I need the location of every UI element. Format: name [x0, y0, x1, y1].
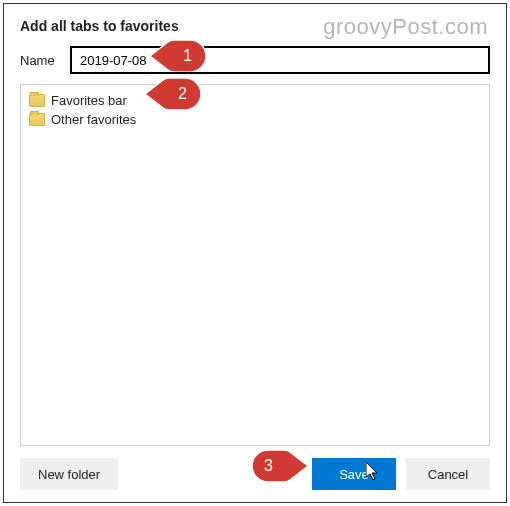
folder-list[interactable]: Favorites bar Other favorites — [20, 84, 490, 446]
button-row: New folder Save Cancel — [20, 458, 490, 490]
add-favorites-dialog: Add all tabs to favorites Name Favorites… — [3, 3, 507, 503]
folder-item-favorites-bar[interactable]: Favorites bar — [25, 91, 485, 110]
folder-icon — [29, 94, 45, 107]
folder-label: Favorites bar — [51, 93, 127, 108]
cancel-button[interactable]: Cancel — [406, 458, 490, 490]
name-input[interactable] — [70, 46, 490, 74]
save-button[interactable]: Save — [312, 458, 396, 490]
name-row: Name — [20, 46, 490, 74]
name-label: Name — [20, 53, 60, 68]
new-folder-button[interactable]: New folder — [20, 458, 118, 490]
folder-label: Other favorites — [51, 112, 136, 127]
dialog-title: Add all tabs to favorites — [20, 18, 490, 34]
folder-icon — [29, 113, 45, 126]
folder-item-other-favorites[interactable]: Other favorites — [25, 110, 485, 129]
